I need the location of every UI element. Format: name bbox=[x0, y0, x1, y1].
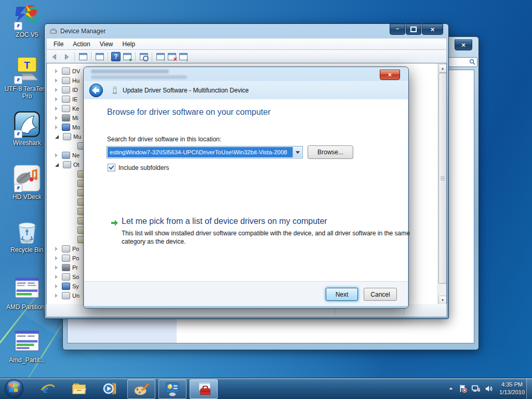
taskbar-button-cpanel[interactable] bbox=[158, 379, 187, 399]
expand-collapsed-icon[interactable] bbox=[55, 107, 58, 111]
expand-collapsed-icon[interactable] bbox=[55, 125, 58, 129]
scrollbar-thumb[interactable] bbox=[438, 73, 447, 284]
close-button[interactable] bbox=[455, 39, 472, 50]
update-driver-wizard-dialog[interactable]: × Update Driver Software - Multifunction… bbox=[83, 66, 409, 309]
usb-device-icon bbox=[62, 96, 70, 103]
desktop-icon-amdpart2[interactable]: Amd_Partit... bbox=[2, 327, 52, 364]
include-subfolders-label: Include subfolders bbox=[118, 164, 169, 171]
forward-icon[interactable] bbox=[61, 52, 71, 61]
taskbar-button-wmp[interactable] bbox=[99, 379, 122, 398]
driver-path-combobox[interactable]: estingWindow7-32\ISI5634-UPCI\DriverToUs… bbox=[107, 146, 303, 158]
expand-expanded-icon[interactable] bbox=[55, 163, 59, 167]
expand-collapsed-icon[interactable] bbox=[55, 116, 58, 120]
teraterm-icon: T bbox=[13, 56, 41, 84]
desktop-icon-label: Amd_Partit... bbox=[2, 357, 52, 364]
tree-item-label: Hu bbox=[72, 77, 79, 84]
properties-icon[interactable] bbox=[95, 52, 104, 61]
ports-device-icon bbox=[62, 245, 70, 252]
uninstall-icon[interactable]: × bbox=[167, 52, 177, 61]
search-location-label: Search for driver software in this locat… bbox=[107, 136, 221, 143]
include-subfolders-checkbox[interactable] bbox=[108, 164, 115, 171]
scroll-up-button[interactable]: ▲ bbox=[438, 64, 447, 73]
expand-collapsed-icon[interactable] bbox=[55, 284, 58, 288]
taskbar-button-paint[interactable] bbox=[127, 379, 155, 399]
taskbar-button-explorer[interactable] bbox=[68, 379, 90, 398]
close-button[interactable] bbox=[422, 24, 443, 35]
cpu-device-icon bbox=[62, 264, 70, 271]
combobox-dropdown-button[interactable] bbox=[292, 147, 302, 157]
taskbar-button-toolbox[interactable] bbox=[190, 379, 218, 399]
tree-item-label: Mu bbox=[73, 134, 81, 140]
expand-expanded-icon[interactable] bbox=[55, 135, 59, 139]
hdvdeck-icon bbox=[13, 164, 41, 192]
tree-item-label: IE bbox=[72, 96, 77, 102]
tree-item-label: Ne bbox=[72, 152, 79, 158]
expand-collapsed-icon[interactable] bbox=[55, 256, 58, 260]
next-button[interactable]: Next bbox=[326, 288, 358, 301]
action-center-icon[interactable] bbox=[458, 384, 468, 393]
maximize-button[interactable] bbox=[406, 24, 421, 35]
taskbar-button-ie[interactable]: e bbox=[36, 379, 59, 398]
shortcut-arrow-icon bbox=[14, 130, 22, 138]
minimize-button[interactable] bbox=[390, 24, 405, 35]
system-device-icon bbox=[62, 283, 70, 290]
expand-collapsed-icon[interactable] bbox=[55, 88, 58, 92]
console-tree-icon[interactable] bbox=[78, 52, 88, 61]
window-title: Device Manager bbox=[60, 28, 105, 35]
search-input[interactable] bbox=[447, 57, 477, 67]
tree-item-label: ID bbox=[72, 87, 78, 93]
expand-collapsed-icon[interactable] bbox=[55, 275, 58, 279]
expand-collapsed-icon[interactable] bbox=[55, 97, 58, 101]
update-driver-icon[interactable]: ↑ bbox=[155, 52, 165, 61]
usb-device-icon bbox=[62, 292, 70, 299]
ide-device-icon bbox=[62, 86, 70, 94]
driver-path-value[interactable]: estingWindow7-32\ISI5634-UPCI\DriverToUs… bbox=[108, 147, 293, 157]
menu-help[interactable]: Help bbox=[118, 39, 140, 49]
expand-collapsed-icon[interactable] bbox=[55, 153, 58, 157]
show-action-icon[interactable]: ▸ bbox=[122, 52, 132, 61]
show-desktop-button[interactable] bbox=[526, 378, 532, 399]
tree-scrollbar[interactable]: ▲ ▼ bbox=[437, 63, 446, 305]
menu-view[interactable]: View bbox=[95, 39, 118, 49]
mouse-device-icon bbox=[62, 114, 70, 122]
drive-device-icon bbox=[62, 68, 70, 75]
taskbar-clock[interactable]: 4:35 PM 1/13/2010 bbox=[499, 381, 525, 397]
expand-collapsed-icon[interactable] bbox=[55, 78, 58, 83]
device-manager-titlebar[interactable]: Device Manager bbox=[45, 24, 448, 38]
wireshark-icon bbox=[13, 110, 41, 138]
scroll-down-button[interactable]: ▼ bbox=[438, 296, 447, 304]
green-arrow-icon bbox=[110, 219, 118, 227]
hidden-icons-icon[interactable] bbox=[447, 384, 455, 393]
cancel-button[interactable]: Cancel bbox=[364, 288, 397, 301]
window-caption-buttons bbox=[390, 24, 443, 35]
network-device-icon bbox=[62, 152, 70, 159]
svg-text:e: e bbox=[43, 382, 48, 395]
toolbar-separator bbox=[91, 52, 91, 61]
expand-collapsed-icon[interactable] bbox=[55, 265, 58, 270]
glass-ghost-text bbox=[91, 70, 169, 73]
network-icon[interactable] bbox=[471, 384, 481, 393]
volume-icon[interactable] bbox=[484, 384, 494, 393]
let-me-pick-link[interactable]: Let me pick from a list of device driver… bbox=[122, 217, 327, 226]
browse-button[interactable]: Browse... bbox=[308, 145, 353, 159]
find-icon[interactable] bbox=[139, 52, 149, 61]
keyboard-device-icon bbox=[62, 105, 70, 112]
menu-action[interactable]: Action bbox=[68, 39, 95, 49]
tree-item-label: Ke bbox=[72, 105, 79, 112]
back-icon[interactable] bbox=[50, 52, 60, 61]
start-button[interactable] bbox=[4, 379, 24, 398]
hid-device-icon bbox=[62, 77, 70, 84]
recycle-icon bbox=[13, 217, 41, 245]
menu-file[interactable]: File bbox=[49, 39, 68, 49]
wizard-title: Update Driver Software - Multifunction D… bbox=[123, 87, 249, 94]
back-button[interactable] bbox=[89, 83, 103, 98]
system-tray: 4:35 PM 1/13/2010 bbox=[447, 378, 525, 399]
expand-collapsed-icon[interactable] bbox=[55, 294, 58, 298]
close-button[interactable]: × bbox=[380, 70, 400, 80]
expand-collapsed-icon[interactable] bbox=[55, 247, 58, 251]
toolbar-separator bbox=[108, 52, 108, 61]
wizard-body: Browse for driver software on your compu… bbox=[84, 99, 408, 281]
expand-collapsed-icon[interactable] bbox=[55, 69, 58, 73]
help-icon[interactable]: ? bbox=[111, 52, 121, 61]
scan-changes-icon[interactable]: ↓ bbox=[178, 52, 188, 61]
